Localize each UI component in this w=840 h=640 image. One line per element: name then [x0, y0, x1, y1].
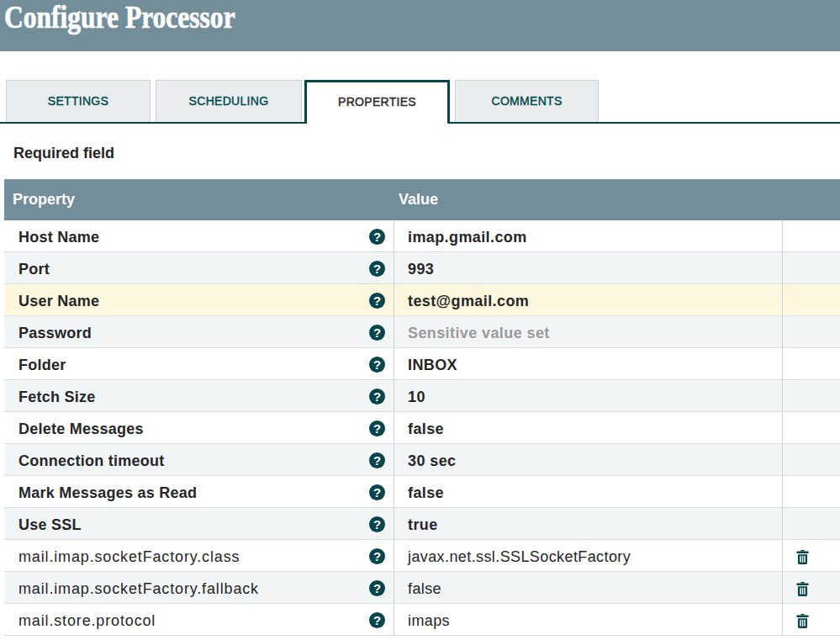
- svg-text:?: ?: [373, 485, 381, 500]
- svg-text:?: ?: [373, 613, 381, 627]
- svg-text:?: ?: [373, 389, 381, 404]
- svg-text:?: ?: [373, 294, 381, 308]
- svg-text:?: ?: [373, 581, 381, 595]
- svg-text:?: ?: [373, 453, 381, 468]
- svg-text:?: ?: [373, 262, 381, 276]
- svg-text:?: ?: [373, 517, 381, 532]
- svg-text:?: ?: [373, 325, 381, 340]
- svg-text:?: ?: [373, 357, 381, 372]
- svg-text:?: ?: [373, 230, 381, 244]
- svg-text:?: ?: [373, 549, 381, 563]
- svg-text:?: ?: [373, 421, 381, 436]
